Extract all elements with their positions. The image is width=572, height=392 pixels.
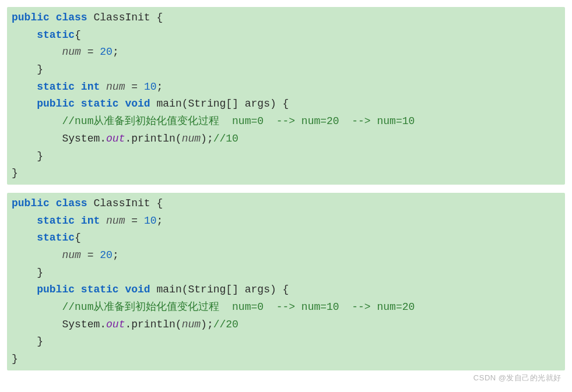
class-name: ClassInit xyxy=(93,197,150,209)
code-block-1: public class ClassInit { static{ num = 2… xyxy=(7,7,565,185)
call-end: ); xyxy=(201,319,213,330)
brace: { xyxy=(75,232,81,243)
keyword: static xyxy=(37,215,75,227)
semi: ; xyxy=(113,46,119,58)
identifier: num xyxy=(106,81,125,93)
brace: { xyxy=(283,98,289,110)
call-end: ); xyxy=(201,133,213,144)
keyword: void xyxy=(125,284,150,295)
comment: //num从准备到初始化值变化过程 num=0 --> num=10 --> n… xyxy=(62,301,415,313)
brace: } xyxy=(12,167,18,179)
brace: { xyxy=(283,284,289,295)
brace: } xyxy=(37,63,43,75)
params: (String[] args) xyxy=(182,98,276,110)
keyword: public xyxy=(37,284,75,295)
keyword: public xyxy=(12,197,50,209)
call: .println( xyxy=(125,133,181,144)
keyword: public xyxy=(12,12,50,23)
keyword: static xyxy=(37,81,75,93)
identifier: num xyxy=(182,319,201,330)
method-name: main xyxy=(157,284,182,295)
class-name: ClassInit xyxy=(93,12,150,23)
call: .println( xyxy=(125,319,181,330)
number: 10 xyxy=(144,215,157,227)
brace: { xyxy=(156,197,163,209)
comment: //20 xyxy=(213,319,238,330)
brace: } xyxy=(12,353,18,365)
keyword: static xyxy=(37,29,75,41)
method-name: main xyxy=(157,98,182,110)
keyword: class xyxy=(56,12,87,23)
semi: ; xyxy=(113,249,119,261)
brace: } xyxy=(37,336,43,347)
call: System. xyxy=(62,133,106,144)
keyword: static xyxy=(81,284,119,295)
brace: { xyxy=(156,12,163,23)
watermark: CSDN @发自己的光就好 xyxy=(473,372,562,384)
keyword: class xyxy=(56,197,87,209)
op: = xyxy=(131,215,138,227)
number: 10 xyxy=(144,81,157,93)
identifier: num xyxy=(62,249,80,261)
identifier: num xyxy=(182,133,201,144)
comment: //num从准备到初始化值变化过程 num=0 --> num=20 --> n… xyxy=(62,115,415,127)
semi: ; xyxy=(157,81,163,93)
number: 20 xyxy=(100,249,113,261)
keyword: int xyxy=(81,81,100,93)
params: (String[] args) xyxy=(182,284,276,295)
brace: } xyxy=(37,267,43,278)
field: out xyxy=(106,319,125,330)
identifier: num xyxy=(106,215,125,227)
brace: } xyxy=(37,150,43,162)
number: 20 xyxy=(100,46,113,58)
code-block-2: public class ClassInit { static int num … xyxy=(7,193,565,370)
semi: ; xyxy=(157,215,163,227)
op: = xyxy=(87,46,94,58)
field: out xyxy=(106,133,125,144)
keyword: public xyxy=(37,98,75,110)
keyword: static xyxy=(37,232,75,243)
op: = xyxy=(131,81,138,93)
brace: { xyxy=(75,29,81,41)
keyword: int xyxy=(81,215,100,227)
op: = xyxy=(87,249,94,261)
comment: //10 xyxy=(213,133,238,144)
call: System. xyxy=(62,319,106,330)
keyword: void xyxy=(125,98,150,110)
identifier: num xyxy=(62,46,80,58)
keyword: static xyxy=(81,98,119,110)
